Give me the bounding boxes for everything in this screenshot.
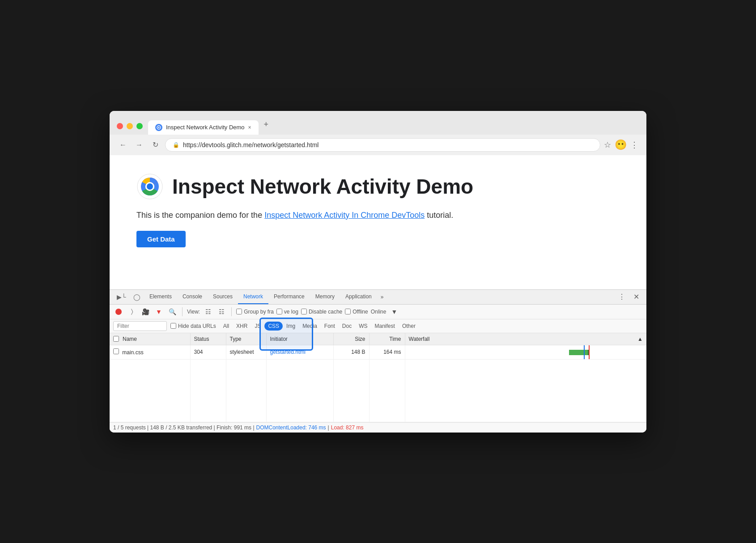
minimize-button[interactable] [127, 123, 133, 129]
offline-checkbox[interactable] [345, 309, 351, 314]
tab-memory[interactable]: Memory [310, 290, 340, 304]
back-button[interactable]: ← [117, 139, 129, 151]
col-header-waterfall[interactable]: Waterfall▲ [405, 333, 646, 345]
filter-css[interactable]: CSS [264, 322, 283, 331]
svg-point-1 [158, 127, 160, 128]
tab-favicon [155, 124, 162, 131]
inspect-element-icon[interactable]: ▶└ [113, 290, 130, 304]
filter-manifest[interactable]: Manifest [371, 322, 399, 331]
lock-icon: 🔒 [173, 142, 179, 148]
tab-network[interactable]: Network [238, 290, 268, 304]
offline-label: Offline [345, 309, 368, 315]
devtools-panel: ▶└ ◯ Elements Console Sources Network Pe… [110, 289, 646, 433]
status-separator: | [328, 424, 329, 431]
row-status: 304 [190, 345, 226, 359]
tab-sources[interactable]: Sources [208, 290, 238, 304]
search-button[interactable]: 🔍 [167, 306, 178, 317]
filter-other[interactable]: Other [399, 322, 419, 331]
filter-media[interactable]: Media [299, 322, 321, 331]
status-bar: 1 / 5 requests | 148 B / 2.5 KB transfer… [110, 422, 646, 433]
filter-doc[interactable]: Doc [339, 322, 355, 331]
description-link[interactable]: Inspect Network Activity In Chrome DevTo… [264, 211, 425, 220]
group-by-frame-label: Group by fra [236, 309, 274, 315]
devtools-menu-icon[interactable]: ⋮ [616, 291, 628, 303]
forward-button[interactable]: → [133, 139, 145, 151]
table-row[interactable]: main.css 304 stylesheet getstarted.html … [110, 345, 646, 359]
filter-font[interactable]: Font [321, 322, 339, 331]
row-time: 164 ms [369, 345, 405, 359]
filter-img[interactable]: Img [283, 322, 299, 331]
preserve-log-label: ve log [276, 309, 298, 315]
page-heading: Inspect Network Activity Demo [136, 173, 620, 200]
title-bar: Inspect Network Activity Demo × + [110, 111, 646, 135]
profile-icon[interactable]: 😶 [615, 139, 627, 151]
select-all-checkbox[interactable] [113, 336, 119, 342]
description-prefix: This is the companion demo for the [136, 211, 264, 220]
filter-input[interactable] [113, 321, 167, 331]
dom-content-loaded-link[interactable]: DOMContentLoaded: 746 ms [256, 424, 326, 431]
filter-ws[interactable]: WS [355, 322, 371, 331]
menu-icon[interactable]: ⋮ [630, 140, 639, 150]
col-header-status[interactable]: Status [190, 333, 226, 345]
clear-button[interactable]: 〉 [127, 306, 137, 317]
network-toolbar: 〉 🎥 ▼ 🔍 View: ☷ ☷ Group by fra ve log Di… [110, 305, 646, 319]
browser-window: Inspect Network Activity Demo × + ← → ↻ … [110, 111, 646, 433]
network-table-wrapper: Name Status Type Initiator Size Time Wat… [110, 333, 646, 422]
tab-elements[interactable]: Elements [144, 290, 177, 304]
row-checkbox[interactable] [113, 348, 119, 354]
view-list-icon[interactable]: ☷ [203, 306, 213, 317]
bookmark-icon[interactable]: ☆ [604, 140, 611, 150]
preserve-log-checkbox[interactable] [276, 309, 282, 314]
filter-button[interactable]: ▼ [153, 306, 164, 317]
disable-cache-checkbox[interactable] [301, 309, 307, 314]
col-header-size[interactable]: Size [333, 333, 369, 345]
filter-bar: Hide data URLs All XHR JS CSS Img Media … [110, 319, 646, 333]
tabs-more-button[interactable]: » [377, 290, 387, 304]
reload-button[interactable]: ↻ [149, 139, 161, 151]
record-button[interactable] [113, 306, 124, 317]
view-detail-icon[interactable]: ☷ [216, 306, 227, 317]
row-name: main.css [110, 345, 190, 359]
hide-data-urls-label: Hide data URLs [170, 323, 216, 329]
col-header-time[interactable]: Time [369, 333, 405, 345]
row-initiator[interactable]: getstarted.html [266, 345, 333, 359]
load-link[interactable]: Load: 827 ms [331, 424, 364, 431]
fullscreen-button[interactable] [136, 123, 143, 129]
tab-performance[interactable]: Performance [268, 290, 310, 304]
page-title: Inspect Network Activity Demo [172, 174, 473, 199]
group-by-frame-checkbox[interactable] [236, 309, 242, 314]
page-description: This is the companion demo for the Inspe… [136, 211, 620, 220]
device-toolbar-icon[interactable]: ◯ [130, 290, 144, 304]
filter-xhr[interactable]: XHR [233, 322, 251, 331]
address-bar: ← → ↻ 🔒 https://devtools.glitch.me/netwo… [110, 135, 646, 155]
new-tab-button[interactable]: + [259, 116, 274, 135]
tab-application[interactable]: Application [340, 290, 377, 304]
tab-close-button[interactable]: × [248, 124, 251, 131]
url-display: https://devtools.glitch.me/network/getst… [183, 141, 319, 148]
filter-all[interactable]: All [220, 322, 233, 331]
throttle-dropdown[interactable]: ▼ [389, 306, 399, 317]
page-content: Inspect Network Activity Demo This is th… [110, 155, 646, 289]
toolbar-separator-1 [182, 307, 183, 316]
url-prefix: https://devtools.glitch.me [183, 141, 252, 148]
filter-types: All XHR JS CSS Img Media Font Doc WS Man… [220, 322, 419, 331]
tab-title: Inspect Network Activity Demo [166, 124, 245, 131]
col-header-initiator[interactable]: Initiator [266, 333, 333, 345]
network-table: Name Status Type Initiator Size Time Wat… [110, 333, 646, 422]
svg-point-6 [147, 183, 153, 190]
row-size: 148 B [333, 345, 369, 359]
row-waterfall [405, 345, 646, 359]
url-bar[interactable]: 🔒 https://devtools.glitch.me/network/get… [165, 138, 600, 152]
hide-data-urls-checkbox[interactable] [170, 323, 176, 329]
col-header-type[interactable]: Type [226, 333, 266, 345]
devtools-tabs: ▶└ ◯ Elements Console Sources Network Pe… [110, 290, 646, 305]
camera-button[interactable]: 🎥 [140, 306, 151, 317]
close-button[interactable] [117, 123, 123, 129]
tab-console[interactable]: Console [177, 290, 208, 304]
filter-js[interactable]: JS [251, 322, 264, 331]
get-data-button[interactable]: Get Data [136, 231, 186, 247]
col-header-name[interactable]: Name [110, 333, 190, 345]
browser-tab[interactable]: Inspect Network Activity Demo × [148, 120, 259, 135]
devtools-close-icon[interactable]: ✕ [630, 291, 643, 303]
url-suffix: /network/getstarted.html [252, 141, 319, 148]
